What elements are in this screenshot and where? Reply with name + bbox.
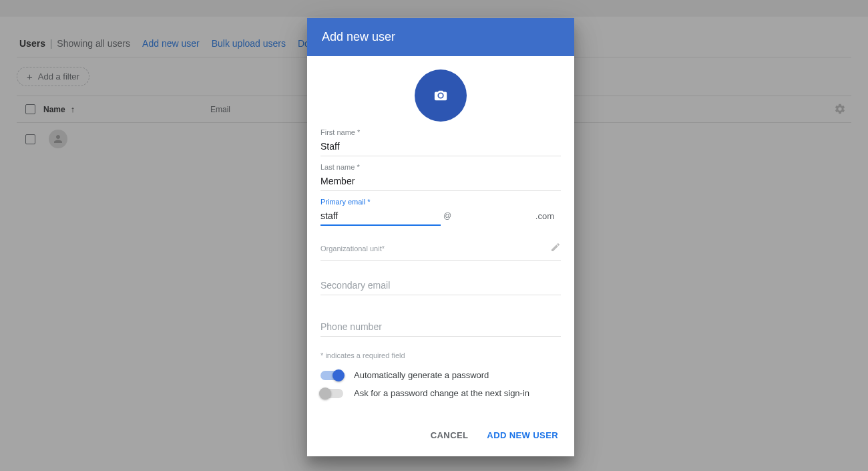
required-note: * indicates a required field — [320, 351, 561, 359]
first-name-field: First name * — [320, 128, 561, 156]
email-at-symbol: @ — [443, 211, 451, 226]
add-user-modal: Add new user First name * Last name * Pr… — [307, 18, 574, 456]
add-new-user-button[interactable]: ADD NEW USER — [484, 426, 561, 444]
phone-field — [320, 318, 561, 337]
toggle-ask-change-row: Ask for a password change at the next si… — [320, 388, 561, 398]
org-unit-field[interactable]: Organizational unit* — [320, 232, 561, 261]
modal-title: Add new user — [307, 18, 574, 56]
first-name-input[interactable] — [320, 138, 561, 156]
modal-actions: CANCEL ADD NEW USER — [307, 417, 574, 456]
toggle-ask-change-label: Ask for a password change at the next si… — [354, 388, 529, 398]
primary-email-input[interactable] — [320, 207, 441, 226]
modal-body: First name * Last name * Primary email *… — [307, 56, 574, 417]
toggle-auto-password[interactable] — [320, 371, 343, 380]
last-name-label: Last name * — [320, 163, 561, 171]
upload-photo-button[interactable] — [415, 69, 467, 122]
phone-input[interactable] — [320, 318, 561, 337]
email-domain-suffix: .com — [535, 211, 561, 226]
first-name-label: First name * — [320, 128, 561, 136]
last-name-input[interactable] — [320, 172, 561, 191]
secondary-email-input[interactable] — [320, 277, 561, 295]
toggle-ask-change[interactable] — [320, 389, 343, 398]
secondary-email-field — [320, 277, 561, 295]
pencil-icon[interactable] — [550, 242, 561, 255]
cancel-button[interactable]: CANCEL — [428, 426, 471, 444]
org-unit-label: Organizational unit* — [320, 245, 385, 253]
toggle-auto-password-label: Automatically generate a password — [354, 370, 489, 380]
camera-icon — [433, 88, 448, 103]
primary-email-label: Primary email * — [320, 198, 561, 206]
primary-email-field: Primary email * @ .com — [320, 198, 561, 226]
toggle-auto-password-row: Automatically generate a password — [320, 370, 561, 380]
last-name-field: Last name * — [320, 163, 561, 191]
